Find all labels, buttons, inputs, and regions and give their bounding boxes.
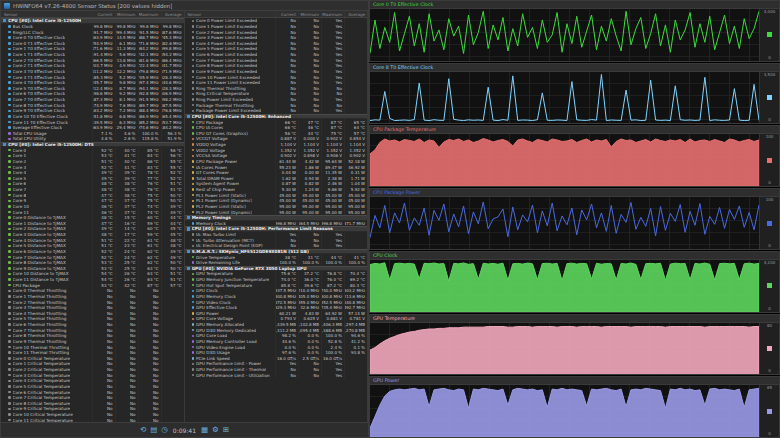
sensor-gauge-icon: [8, 25, 11, 28]
graph-panel-core-0-t0-effective-clock: Core 0 T0 Effective Clock4,0000: [369, 0, 780, 62]
column-header-sensor[interactable]: Sensor: [185, 12, 276, 17]
graph-titlebar[interactable]: GPU Power: [370, 377, 779, 385]
sensor-label: IA Cores Power: [196, 165, 227, 170]
sensor-label: GPU Effective Clock: [196, 305, 237, 310]
sensor-gauge-icon: [8, 250, 11, 253]
graph-scale-min: 0: [768, 118, 771, 122]
graph-panel-core-8-t0-effective-clock: Core 8 T0 Effective Clock3,5000: [369, 63, 780, 125]
graph-scale-gutter: 1000: [759, 197, 779, 249]
sensor-value-max: 95.00 W: [321, 209, 344, 215]
sensor-row[interactable]: GPU Performance Limit - UtilizationNoNoY…: [185, 372, 368, 378]
column-header-average[interactable]: Average: [344, 11, 367, 17]
sensor-label: PCIe Link Speed: [196, 356, 230, 361]
graph-icon[interactable]: ▦: [201, 426, 208, 434]
sensor-gauge-icon: [192, 121, 195, 124]
sensor-gauge-icon: [192, 171, 195, 174]
graph-titlebar[interactable]: Core 0 T0 Effective Clock: [370, 1, 779, 9]
settings-gear-icon[interactable]: ⚙: [212, 426, 219, 434]
sensor-label: Core 2 Distance to TjMAX: [13, 226, 66, 231]
graph-legend-swatch: [767, 95, 772, 100]
sensor-value-min: 2.6 %: [115, 136, 138, 142]
graph-titlebar[interactable]: GPU Temperature: [370, 315, 779, 323]
sensor-gauge-icon: [192, 59, 195, 62]
sensor-label: Core 0: [13, 148, 27, 153]
sensor-gauge-icon: [192, 143, 195, 146]
sensor-gauge-icon: [8, 278, 11, 281]
sensor-label: Core 1: [13, 153, 27, 158]
column-header-current[interactable]: Current: [92, 11, 115, 17]
column-header-current[interactable]: Current: [275, 11, 298, 17]
sensor-gauge-icon: [8, 329, 11, 332]
sensor-gauge-icon: [192, 290, 195, 293]
sensor-tables: SensorCurrentMinimumMaximumAverage CPU […: [1, 11, 368, 422]
graph-scale-gutter: 3,5000: [759, 72, 779, 124]
sensor-row[interactable]: Total CPU Utility4.8 %2.6 %115.8 %51.9 %: [1, 136, 184, 142]
sensor-label: Core 5 Distance to TjMAX: [13, 243, 66, 248]
sensor-gauge-icon: [8, 284, 11, 287]
window-title: HWiNFO64 v7.26-4800 Sensor Status [200 v…: [13, 3, 172, 9]
graph-titlebar[interactable]: CPU Clock: [370, 252, 779, 260]
sensor-gauge-icon: [192, 132, 195, 135]
sensor-gauge-icon: [8, 295, 11, 298]
window-titlebar[interactable]: HWiNFO64 v7.26-4800 Sensor Status [200 v…: [1, 1, 368, 11]
device-section-icon: [3, 19, 6, 22]
graph-plot-area: [370, 9, 759, 61]
sensor-label: Core 0 Power Limit Exceeded: [196, 18, 257, 23]
column-header-maximum[interactable]: Maximum: [138, 11, 161, 17]
sensor-row[interactable]: PL2 Power Limit (Dynamic)95.00 W95.00 W9…: [185, 209, 368, 215]
sensor-label: Drive Remaining Life: [196, 260, 240, 265]
sensor-gauge-icon: [192, 374, 195, 377]
sensor-label: Package Thermal Throttling: [196, 103, 254, 108]
sensor-gauge-icon: [8, 205, 11, 208]
sensor-gauge-icon: [8, 132, 11, 135]
column-header-minimum[interactable]: Minimum: [115, 11, 138, 17]
sensor-gauge-icon: [8, 188, 11, 191]
graph-panel-gpu-temperature: GPU Temperature800: [369, 314, 780, 376]
status-icons-right: ▦⚙⊞: [201, 426, 229, 434]
sensor-label: Core 6 Critical Temperature: [13, 390, 71, 395]
sensor-table-left: SensorCurrentMinimumMaximumAverage CPU […: [1, 11, 185, 422]
reset-minmax-icon[interactable]: ⟲: [140, 426, 146, 434]
sensor-label: CPU [#0]: Intel Core i5-12500H: Performa…: [192, 226, 333, 231]
sensor-gauge-icon: [8, 402, 11, 405]
sensor-label: Core 7 T0 Effective Clock: [13, 97, 66, 102]
sensor-label: Core 2 Thermal Throttling: [13, 300, 67, 305]
column-header-average[interactable]: Average: [161, 11, 184, 17]
graph-legend-swatch: [767, 158, 772, 163]
sensor-value-max: 115.8 %: [138, 136, 161, 142]
sensor-row[interactable]: Drive Remaining Life100.0 %100.0 %100.0 …: [185, 260, 368, 266]
sensor-gauge-icon: [8, 323, 11, 326]
graph-titlebar[interactable]: Core 8 T0 Effective Clock: [370, 64, 779, 72]
sensor-label: GPU Video Clock: [196, 300, 231, 305]
sensor-label: CPU Package Power: [196, 159, 237, 164]
sensor-label: CPU Package: [196, 120, 223, 125]
graph-scale-min: 0: [768, 244, 771, 248]
sensor-row[interactable]: IA: Electrical Design Point (EDP)NoNoYes: [185, 243, 368, 249]
sensor-gauge-icon: [8, 318, 11, 321]
column-header-minimum[interactable]: Minimum: [298, 11, 321, 17]
sensor-label: Package Power Limit Exceeded: [196, 108, 261, 113]
sensor-gauge-icon: [192, 194, 195, 197]
clock-icon[interactable]: ◷: [161, 426, 168, 434]
expand-window-icon[interactable]: ⊞: [223, 426, 229, 434]
sensor-gauge-icon: [8, 306, 11, 309]
graph-titlebar[interactable]: CPU Package Temperature: [370, 126, 779, 134]
sensor-value-current: No: [275, 372, 298, 378]
sensor-row[interactable]: Package Power Limit ExceededNoNoYes: [185, 108, 368, 114]
column-header-sensor[interactable]: Sensor: [1, 12, 92, 17]
sensor-label: CPU [#0]: Intel Core i5-12500H: [8, 18, 81, 23]
sensor-label: GPU [#0]: NVIDIA GeForce RTX 3050 Laptop…: [192, 266, 307, 271]
sensor-label: Core 1 T1 Effective Clock: [13, 52, 66, 57]
sensor-row[interactable]: Memory Clock1,596.8 MHz1,064.5 MHz1,596.…: [185, 221, 368, 227]
column-header-maximum[interactable]: Maximum: [321, 11, 344, 17]
graph-titlebar[interactable]: CPU Package Power: [370, 189, 779, 197]
sensor-gauge-icon: [8, 233, 11, 236]
sensor-label: PL1 Power Limit (Dynamic): [196, 198, 252, 203]
status-toolbar: ⟲▤◷ 0:09:41 ▦⚙⊞: [1, 422, 368, 437]
report-icon[interactable]: ▤: [150, 426, 157, 434]
sensor-gauge-icon: [192, 31, 195, 34]
sensor-label: GPU Hot Spot Temperature: [196, 283, 252, 288]
sensor-value-avg: [344, 108, 367, 114]
sensor-label: Core 8 Distance to TjMAX: [13, 260, 66, 265]
graph-panel-cpu-package-power: CPU Package Power1000: [369, 188, 780, 250]
